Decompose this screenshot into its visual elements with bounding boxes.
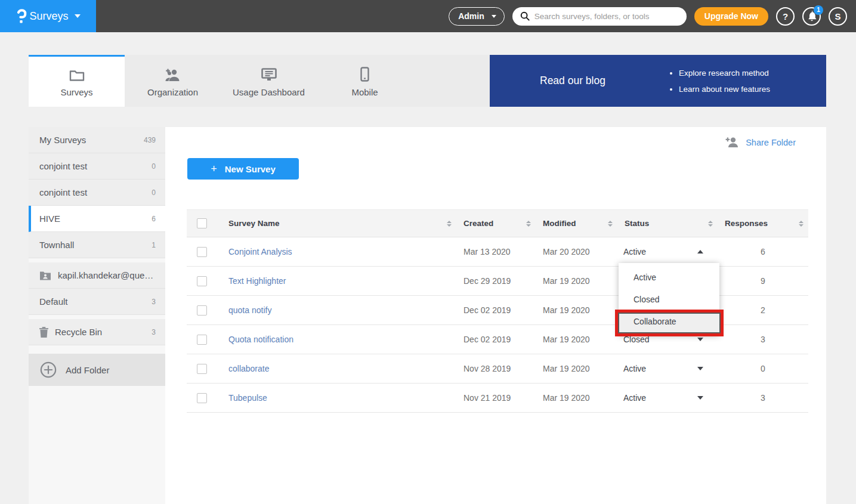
avatar[interactable]: S: [829, 7, 847, 26]
chevron-down-icon: [492, 15, 496, 18]
status-dropdown-trigger[interactable]: Closed: [617, 335, 718, 344]
sort-icon[interactable]: [447, 221, 452, 227]
status-dropdown-trigger[interactable]: Active: [617, 364, 718, 373]
chevron-down-icon: [697, 396, 703, 400]
created-date: Dec 29 2019: [456, 276, 536, 286]
status-option-active[interactable]: Active: [619, 266, 719, 288]
modified-date: Mar 19 2020: [536, 276, 617, 286]
tab-organization[interactable]: Organization: [125, 55, 221, 107]
folder-group-shared: kapil.khandekar@que… Default 3: [29, 262, 165, 315]
folder-count: 1: [152, 241, 156, 249]
sidebar-item-recycle-bin[interactable]: Recycle Bin 3: [29, 319, 165, 345]
upgrade-now-button[interactable]: Upgrade Now: [694, 7, 768, 26]
status-value: Active: [623, 247, 646, 256]
sidebar-item-townhall[interactable]: Townhall 1: [29, 232, 165, 258]
row-checkbox[interactable]: [197, 393, 207, 403]
chevron-down-icon: [75, 14, 81, 18]
row-checkbox[interactable]: [197, 305, 207, 316]
admin-menu[interactable]: Admin: [449, 7, 505, 26]
survey-name-link[interactable]: Quota notification: [220, 335, 456, 344]
sidebar-item-label: Recycle Bin: [55, 327, 102, 337]
row-checkbox[interactable]: [197, 276, 207, 286]
dashboard-icon: [261, 66, 277, 82]
created-date: Nov 21 2019: [456, 393, 536, 403]
blog-banner[interactable]: Read our blog Explore research method Le…: [490, 55, 826, 107]
plus-icon: +: [211, 163, 217, 175]
modified-date: Mar 19 2020: [536, 364, 617, 373]
survey-name-link[interactable]: collaborate: [220, 364, 456, 373]
search-input[interactable]: [534, 12, 679, 21]
status-dropdown-trigger[interactable]: Active: [617, 247, 718, 256]
sidebar-item-default[interactable]: Default 3: [29, 289, 165, 315]
created-date: Mar 13 2020: [456, 247, 536, 256]
folder-count: 439: [144, 136, 156, 144]
tab-usage-dashboard[interactable]: Usage Dashboard: [221, 55, 317, 107]
add-folder-button[interactable]: Add Folder: [29, 354, 165, 386]
column-header-status: Status: [625, 219, 649, 228]
topbar-right: Admin Upgrade Now ? 1 S: [449, 7, 856, 26]
banner-bullet: Explore research method: [679, 65, 770, 81]
status-dropdown-menu: Active Closed Collaborate: [619, 263, 719, 335]
row-checkbox[interactable]: [197, 364, 207, 374]
chevron-down-icon: [697, 367, 703, 370]
sort-icon[interactable]: [608, 221, 613, 227]
folder-group-main: My Surveys 439 conjoint test 0 conjoint …: [29, 127, 165, 258]
table-row: Tubepulse Nov 21 2019 Mar 19 2020 Active…: [187, 384, 808, 413]
share-folder-label: Share Folder: [746, 138, 796, 147]
sort-icon[interactable]: [799, 221, 804, 227]
survey-name-link[interactable]: Conjoint Analysis: [220, 247, 456, 256]
product-menu[interactable]: Surveys: [0, 0, 96, 32]
column-header-created: Created: [463, 219, 493, 228]
search-icon: [520, 11, 530, 21]
created-date: Dec 02 2019: [456, 335, 536, 344]
row-checkbox[interactable]: [197, 247, 207, 257]
sidebar-item-conjoint-test-1[interactable]: conjoint test 0: [29, 153, 165, 180]
survey-name-link[interactable]: Text Highlighter: [220, 276, 456, 286]
folder-count: 0: [152, 162, 156, 171]
survey-name-link[interactable]: quota notify: [220, 305, 456, 315]
tab-surveys[interactable]: Surveys: [29, 55, 125, 107]
tab-mobile[interactable]: Mobile: [317, 55, 413, 107]
share-folder-button[interactable]: Share Folder: [724, 137, 796, 147]
banner-title: Read our blog: [540, 75, 668, 87]
modified-date: Mar 19 2020: [536, 393, 617, 403]
responses-count: 2: [718, 305, 808, 315]
sidebar-item-conjoint-test-2[interactable]: conjoint test 0: [29, 180, 165, 206]
column-header-modified: Modified: [543, 219, 576, 228]
avatar-initial: S: [835, 11, 840, 21]
column-header-responses: Responses: [725, 219, 768, 228]
sort-icon[interactable]: [708, 221, 713, 227]
status-option-collaborate[interactable]: Collaborate: [619, 310, 719, 332]
sidebar-item-label: HIVE: [39, 214, 60, 224]
admin-menu-label: Admin: [458, 11, 484, 21]
modified-date: Mar 19 2020: [536, 335, 617, 344]
new-survey-label: New Survey: [225, 164, 276, 174]
tabstrip: Surveys Organization Usage Dashboard Mob…: [29, 55, 826, 107]
tab-label: Organization: [147, 87, 198, 97]
survey-name-link[interactable]: Tubepulse: [220, 393, 456, 403]
sidebar-item-label: My Surveys: [39, 135, 86, 145]
responses-count: 0: [718, 364, 808, 373]
notifications-button[interactable]: 1: [802, 7, 821, 26]
sort-icon[interactable]: [526, 221, 531, 227]
sidebar-item-my-surveys[interactable]: My Surveys 439: [29, 127, 165, 153]
folder-count: 3: [152, 328, 156, 336]
status-option-closed[interactable]: Closed: [619, 288, 719, 310]
select-all-checkbox[interactable]: [197, 218, 207, 228]
sidebar-item-hive[interactable]: HIVE 6: [29, 206, 165, 232]
chevron-up-icon: [697, 250, 703, 253]
folder-count: 0: [152, 188, 156, 197]
people-add-icon: [164, 66, 182, 82]
status-dropdown-trigger[interactable]: Active: [617, 393, 718, 403]
row-checkbox[interactable]: [197, 335, 207, 345]
modified-date: Mar 20 2020: [536, 247, 617, 256]
tab-label: Surveys: [60, 87, 92, 97]
responses-count: 9: [718, 276, 808, 286]
tabs: Surveys Organization Usage Dashboard Mob…: [29, 55, 490, 107]
help-button[interactable]: ?: [776, 7, 795, 26]
folder-count: 3: [152, 298, 156, 306]
sidebar-item-shared-account[interactable]: kapil.khandekar@que…: [29, 262, 165, 289]
new-survey-button[interactable]: + New Survey: [187, 158, 299, 180]
chevron-down-icon: [697, 338, 703, 341]
tab-label: Mobile: [351, 87, 378, 97]
